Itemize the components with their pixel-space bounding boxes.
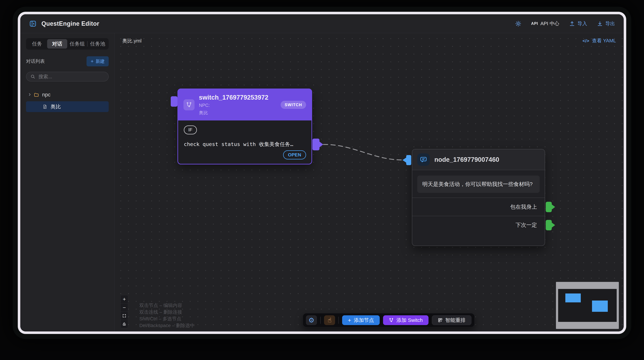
dialog-tree: › npc xyxy=(26,90,109,112)
zoom-controls: + − xyxy=(120,295,128,328)
export-button[interactable]: 导出 xyxy=(597,20,615,27)
api-center-label: API 中心 xyxy=(540,20,559,27)
hint-line: Del/Backspace – 删除选中 xyxy=(139,322,195,329)
switch-output-port[interactable] xyxy=(312,139,320,150)
app-title: QuestEngine Editor xyxy=(42,20,99,27)
switch-node-npc-label: NPC: xyxy=(199,102,276,108)
folder-icon xyxy=(34,92,39,97)
screenshot-stage: QuestEngine Editor API A xyxy=(0,0,644,360)
view-yaml-label: 查看 YAML xyxy=(592,38,616,44)
auto-layout-label: 智能重排 xyxy=(446,317,466,324)
minimap-node-switch xyxy=(565,293,581,302)
layout-grid-icon xyxy=(438,318,443,323)
dialog-option-1-label: 包在我身上 xyxy=(510,203,537,211)
zoom-out-button[interactable]: − xyxy=(120,303,128,312)
branch-icon xyxy=(186,102,192,108)
header-actions: API API 中心 导入 xyxy=(515,20,615,27)
dialog-list-header: 对话列表 + 新建 xyxy=(26,56,109,66)
search-icon xyxy=(30,74,36,79)
dialog-input-port[interactable] xyxy=(406,155,411,165)
dialog-option-1[interactable]: 包在我身上 xyxy=(412,198,545,216)
tab-tasks[interactable]: 任务 xyxy=(27,39,47,49)
open-file-name: 奥比.yml xyxy=(122,38,142,44)
upload-icon xyxy=(569,21,575,27)
dialog-options: 包在我身上 下次一定 xyxy=(412,198,545,234)
export-label: 导出 xyxy=(605,20,615,27)
canvas-toolbar: ⚙ ☝ + 添加节点 xyxy=(303,313,474,327)
dialog-node-title: node_1769779007460 xyxy=(434,156,499,163)
chat-bubble-icon xyxy=(420,156,427,163)
add-switch-label: 添加 Switch xyxy=(396,317,423,324)
zoom-in-button[interactable]: + xyxy=(120,295,128,303)
hint-line: 双击连线 – 删除连接 xyxy=(139,309,195,315)
search-box xyxy=(26,72,109,81)
minimap-node-dialog xyxy=(592,300,608,312)
dialog-node[interactable]: node_1769779007460 明天是美食活动，你可以帮助我找一些食材吗?… xyxy=(412,149,545,246)
download-icon xyxy=(597,21,603,27)
if-badge: IF xyxy=(184,125,197,134)
switch-type-badge: SWITCH xyxy=(280,101,306,109)
api-center-button[interactable]: API API 中心 xyxy=(531,20,559,27)
switch-node-body: IF check quest status with 收集美食任务… OPEN xyxy=(178,120,312,164)
document-icon xyxy=(42,104,48,109)
option-1-output-port[interactable] xyxy=(546,202,552,212)
view-yaml-button[interactable]: </> 查看 YAML xyxy=(582,38,616,44)
device-frame: QuestEngine Editor API A xyxy=(18,12,626,334)
new-dialog-button[interactable]: + 新建 xyxy=(86,56,109,66)
fit-view-button[interactable] xyxy=(120,312,128,320)
import-label: 导入 xyxy=(578,20,587,27)
plus-icon: + xyxy=(348,317,351,323)
tab-task-groups[interactable]: 任务组 xyxy=(67,39,88,49)
switch-input-port[interactable] xyxy=(171,96,178,107)
app-logo-panel-icon[interactable] xyxy=(29,20,37,28)
tree-file-label: 奥比 xyxy=(50,103,61,110)
edge-layer xyxy=(114,33,624,331)
chevron-right-icon: › xyxy=(29,91,31,97)
api-icon: API xyxy=(531,21,538,26)
dialog-message[interactable]: 明天是美食活动，你可以帮助我找一些食材吗? xyxy=(417,175,540,193)
plus-icon: + xyxy=(90,60,94,63)
quest-engine-app: QuestEngine Editor API A xyxy=(20,14,624,331)
search-input[interactable] xyxy=(38,74,104,80)
dialog-message-wrap: 明天是美食活动，你可以帮助我找一些食材吗? xyxy=(412,170,545,198)
option-2-output-port[interactable] xyxy=(546,220,552,230)
tab-dialogs[interactable]: 对话 xyxy=(47,39,67,49)
lock-toggle-button[interactable] xyxy=(120,320,128,328)
minimap-viewport[interactable] xyxy=(558,289,617,322)
tree-file-aobi-selected[interactable]: 奥比 xyxy=(26,101,109,112)
tab-task-pools[interactable]: 任务池 xyxy=(88,39,108,49)
edge-switch-to-dialog xyxy=(323,144,403,160)
unlock-icon xyxy=(122,322,126,326)
keyboard-hints: 双击节点 – 编辑内容 双击连线 – 删除连接 Shift/Ctrl – 多选节… xyxy=(139,302,195,329)
import-button[interactable]: 导入 xyxy=(569,20,587,27)
sidebar-tabs: 任务 对话 任务组 任务池 xyxy=(26,38,109,50)
sidebar: 任务 对话 任务组 任务池 对话列表 + 新建 xyxy=(20,33,114,331)
flow-canvas[interactable]: 奥比.yml </> 查看 YAML xyxy=(114,33,624,331)
tree-folder-npc[interactable]: › npc xyxy=(26,90,109,100)
branch-icon-box xyxy=(184,99,194,110)
add-switch-button[interactable]: 添加 Switch xyxy=(383,315,428,325)
dialog-node-header: node_1769779007460 xyxy=(412,149,545,170)
chat-icon-box xyxy=(417,153,430,166)
open-case-button[interactable]: OPEN xyxy=(283,150,306,159)
switch-node-npc-value: 奥比 xyxy=(199,110,276,116)
tree-folder-label: npc xyxy=(42,92,50,98)
settings-button[interactable]: ⚙ xyxy=(306,315,317,325)
canvas-topbar: 奥比.yml </> 查看 YAML xyxy=(114,33,624,49)
theme-toggle-button[interactable] xyxy=(515,21,522,27)
sun-icon xyxy=(515,21,522,27)
dialog-option-2-label: 下次一定 xyxy=(516,221,537,229)
auto-layout-button[interactable]: 智能重排 xyxy=(432,315,472,325)
minimap[interactable] xyxy=(556,282,619,329)
switch-condition-text: check quest status with 收集美食任务… xyxy=(184,141,306,148)
add-node-button[interactable]: + 添加节点 xyxy=(342,315,380,325)
add-node-label: 添加节点 xyxy=(354,317,374,324)
dialog-option-2[interactable]: 下次一定 xyxy=(412,216,545,234)
app-header: QuestEngine Editor API A xyxy=(20,14,624,33)
toolbar-divider xyxy=(338,317,339,324)
pan-mode-button[interactable]: ☝ xyxy=(324,315,335,325)
switch-node[interactable]: switch_1769779253972 NPC: 奥比 SWITCH IF c… xyxy=(178,89,312,164)
minus-icon: − xyxy=(123,305,126,311)
code-icon: </> xyxy=(582,38,590,44)
dialog-list-title: 对话列表 xyxy=(26,58,45,65)
